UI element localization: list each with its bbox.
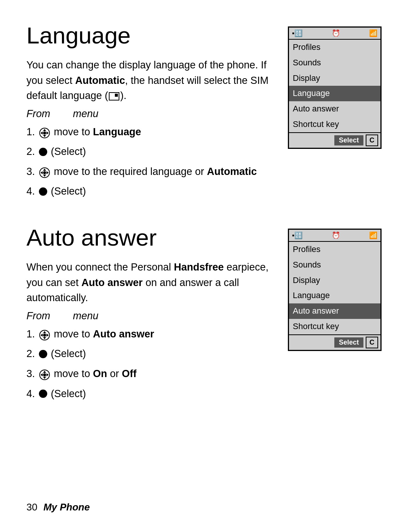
- svg-marker-1: [43, 129, 46, 131]
- auto-status-icon-call: ⏰: [332, 231, 340, 240]
- language-menu-label: menu: [73, 108, 99, 120]
- auto-answer-bold: Auto answer: [82, 277, 143, 288]
- auto-answer-section: Auto answer When you connect the Persona…: [26, 225, 382, 404]
- language-step-4: 4. (Select): [26, 182, 273, 201]
- svg-point-5: [43, 131, 46, 135]
- language-bottom-bar: Select C: [289, 132, 380, 148]
- status-icon-sim: ▪🔠: [292, 29, 303, 37]
- auto-menu-item-sounds: Sounds: [289, 257, 380, 273]
- auto-body-text1: When you connect the Personal: [26, 261, 174, 273]
- language-phone-screen-wrapper: ▪🔠 ⏰ 📶 Profiles Sounds Display Language …: [288, 23, 382, 149]
- step1-text: move to Language: [54, 123, 141, 141]
- menu-item-sounds-1: Sounds: [289, 55, 380, 71]
- auto-step3-number: 3.: [26, 365, 35, 383]
- auto-step3-bold1: On: [93, 368, 107, 379]
- language-body-text3: ).: [120, 90, 127, 101]
- btn-circle-icon-2: [39, 148, 47, 156]
- svg-point-17: [43, 334, 46, 337]
- sim-icon: [109, 92, 119, 101]
- language-from-label: From: [26, 108, 50, 120]
- auto-step-4: 4. (Select): [26, 385, 273, 403]
- svg-marker-10: [46, 171, 49, 174]
- svg-marker-22: [46, 373, 49, 376]
- auto-step2-text: (Select): [51, 345, 86, 363]
- auto-select-btn: Select: [334, 337, 363, 348]
- svg-marker-21: [40, 373, 43, 376]
- auto-btn-circle-icon-2: [39, 350, 47, 358]
- auto-menu-label: menu: [73, 310, 99, 322]
- svg-marker-19: [43, 371, 46, 373]
- language-text-block: Language You can change the display lang…: [26, 23, 288, 202]
- menu-item-language-1: Language: [289, 86, 380, 101]
- auto-from-menu: From menu: [26, 310, 273, 322]
- auto-btn-circle-icon-4: [39, 390, 47, 398]
- auto-status-bar: ▪🔠 ⏰ 📶: [289, 230, 380, 242]
- svg-marker-3: [40, 131, 43, 135]
- language-section: Language You can change the display lang…: [26, 23, 382, 202]
- auto-phone-screen: ▪🔠 ⏰ 📶 Profiles Sounds Display Language …: [288, 229, 382, 351]
- auto-step-2: 2. (Select): [26, 345, 273, 363]
- step2-number: 2.: [26, 142, 35, 161]
- language-automatic-bold: Automatic: [75, 75, 125, 86]
- auto-step3-bold2: Off: [122, 368, 137, 379]
- svg-marker-20: [43, 377, 46, 379]
- svg-marker-7: [43, 169, 46, 171]
- auto-menu-item-display: Display: [289, 273, 380, 288]
- language-from-menu: From menu: [26, 108, 273, 120]
- step3-number: 3.: [26, 162, 35, 181]
- auto-c-btn: C: [366, 337, 378, 348]
- language-steps: 1. move to Language: [26, 123, 273, 201]
- auto-nav-4way-icon-1: [39, 328, 50, 340]
- auto-phone-screen-wrapper: ▪🔠 ⏰ 📶 Profiles Sounds Display Language …: [288, 225, 382, 351]
- status-icon-signal: 📶: [369, 29, 377, 37]
- page-brand: My Phone: [43, 501, 90, 513]
- auto-steps: 1. move to Auto answer: [26, 325, 273, 403]
- auto-bottom-bar: Select C: [289, 334, 380, 350]
- language-phone-screen: ▪🔠 ⏰ 📶 Profiles Sounds Display Language …: [288, 26, 382, 149]
- auto-menu-item-shortcutkey: Shortcut key: [289, 319, 380, 334]
- language-step-3: 3. move to the required language or Auto…: [26, 162, 273, 181]
- language-menu-list: Profiles Sounds Display Language Auto an…: [289, 40, 380, 132]
- step3-bold: Automatic: [207, 166, 257, 177]
- svg-point-23: [43, 373, 46, 376]
- auto-nav-4way-icon-3: [39, 368, 50, 379]
- step1-bold: Language: [93, 126, 141, 138]
- menu-item-profiles-1: Profiles: [289, 40, 380, 55]
- auto-status-icon-signal: 📶: [369, 231, 377, 240]
- auto-step3-text: move to On or Off: [54, 365, 137, 383]
- svg-marker-2: [43, 135, 46, 137]
- auto-from-label: From: [26, 310, 50, 322]
- svg-marker-13: [43, 331, 46, 333]
- auto-step4-number: 4.: [26, 385, 35, 403]
- step2-text: (Select): [51, 142, 86, 161]
- menu-item-autoanswer-1: Auto answer: [289, 101, 380, 117]
- status-icon-call: ⏰: [332, 29, 340, 37]
- btn-circle-icon-4: [39, 187, 47, 196]
- svg-marker-8: [43, 175, 46, 177]
- auto-menu-list: Profiles Sounds Display Language Auto an…: [289, 242, 380, 334]
- svg-marker-4: [46, 131, 49, 135]
- auto-step-3: 3. move to On or Off: [26, 365, 273, 383]
- auto-step4-text: (Select): [51, 385, 86, 403]
- auto-step-1: 1. move to Auto answer: [26, 325, 273, 343]
- auto-status-icon-sim: ▪🔠: [292, 231, 303, 240]
- svg-marker-16: [46, 334, 49, 337]
- svg-marker-9: [40, 171, 43, 174]
- page-footer: 30 My Phone: [26, 501, 90, 513]
- svg-point-11: [43, 171, 46, 174]
- language-step-2: 2. (Select): [26, 142, 273, 161]
- menu-item-display-1: Display: [289, 71, 380, 86]
- auto-menu-item-autoanswer: Auto answer: [289, 303, 380, 319]
- auto-handsfree-bold: Handsfree: [174, 261, 224, 273]
- language-body: You can change the display language of t…: [26, 57, 273, 104]
- step1-number: 1.: [26, 123, 35, 141]
- auto-step1-text: move to Auto answer: [54, 325, 155, 343]
- language-title: Language: [26, 23, 273, 48]
- auto-menu-item-profiles: Profiles: [289, 242, 380, 257]
- language-step-1: 1. move to Language: [26, 123, 273, 141]
- auto-step1-bold: Auto answer: [93, 328, 154, 340]
- nav-4way-icon-1: [39, 126, 50, 138]
- auto-answer-title: Auto answer: [26, 225, 273, 251]
- svg-marker-15: [40, 334, 43, 337]
- auto-menu-item-language: Language: [289, 288, 380, 303]
